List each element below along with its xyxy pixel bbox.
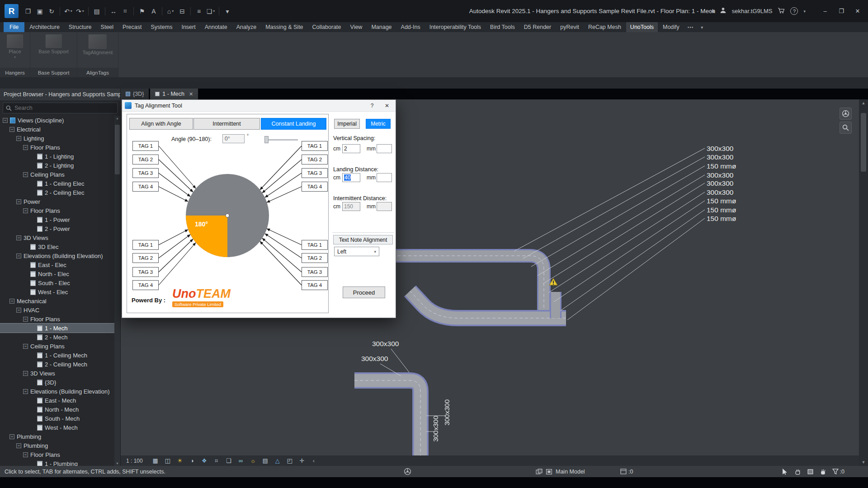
- rendering-dialog-icon[interactable]: ❖: [200, 457, 208, 465]
- help-icon[interactable]: ?: [790, 7, 798, 15]
- select-pinned-icon[interactable]: [794, 469, 801, 475]
- expander-icon[interactable]: −: [23, 208, 28, 213]
- duct-size-tag[interactable]: 150 mmø: [707, 197, 736, 205]
- ribbon-tab-add-ins[interactable]: Add-Ins: [397, 22, 425, 32]
- tree-item[interactable]: −Plumbing: [0, 432, 114, 441]
- duct-size-tag[interactable]: 300x300: [707, 153, 733, 161]
- restore-button[interactable]: ❐: [834, 4, 849, 19]
- tag-button-right-top-4[interactable]: TAG 4: [302, 182, 328, 192]
- expander-icon[interactable]: −: [23, 172, 28, 177]
- save-icon[interactable]: ▣: [34, 5, 45, 17]
- tree-item[interactable]: 2 - Ceiling Mech: [0, 360, 114, 369]
- aligned-dimension-icon[interactable]: ⌗: [120, 5, 131, 17]
- ribbon-tab-modify[interactable]: Modify: [659, 22, 684, 32]
- project-browser-header[interactable]: Project Browser - Hangers and Supports S…: [0, 89, 120, 100]
- dialog-titlebar[interactable]: Tag Alignment Tool ? ✕: [122, 100, 396, 112]
- open-file-icon[interactable]: ❐: [23, 5, 33, 17]
- redo-icon[interactable]: ↷▾: [75, 5, 85, 17]
- duct-size-tag[interactable]: 150 mmø: [707, 162, 736, 170]
- expander-icon[interactable]: −: [3, 118, 8, 123]
- analytical-model-icon[interactable]: △: [274, 457, 282, 465]
- tag-button-left-top-1[interactable]: TAG 1: [132, 141, 159, 151]
- ribbon-tab-file[interactable]: File: [4, 22, 24, 32]
- proceed-button[interactable]: Proceed: [343, 286, 385, 298]
- tag-button-left-bottom-2[interactable]: TAG 2: [132, 253, 159, 263]
- cm-input-1[interactable]: 40: [342, 173, 360, 182]
- tree-item[interactable]: −Floor Plans: [0, 143, 114, 152]
- view-scale[interactable]: 1 : 100: [126, 458, 143, 464]
- expander-icon[interactable]: −: [23, 317, 28, 322]
- ribbon-tab-d5-render[interactable]: D5 Render: [520, 22, 555, 32]
- duct-run-bottom[interactable]: [354, 380, 420, 455]
- tree-item[interactable]: 1 - Power: [0, 215, 114, 224]
- tree-item[interactable]: −Ceiling Plans: [0, 342, 114, 351]
- ribbon-tab-pyrevit[interactable]: pyRevit: [556, 22, 583, 32]
- duct-size-tag[interactable]: 150 mmø: [707, 206, 736, 214]
- customize-qat-icon[interactable]: ▾: [222, 5, 233, 17]
- sun-path-icon[interactable]: ☀: [176, 457, 184, 465]
- duct-size-tag-vertical[interactable]: 300x300: [443, 399, 451, 426]
- tree-item[interactable]: −Elevations (Building Elevation): [0, 251, 114, 260]
- ribbon-tab-precast[interactable]: Precast: [118, 22, 146, 32]
- tree-item[interactable]: −Views (Discipline): [0, 116, 114, 125]
- tag-button-left-bottom-3[interactable]: TAG 3: [132, 267, 159, 277]
- tree-item[interactable]: −Floor Plans: [0, 450, 114, 459]
- tree-item[interactable]: −Floor Plans: [0, 314, 114, 324]
- user-avatar-icon[interactable]: [720, 7, 726, 15]
- filter-icon[interactable]: [832, 469, 839, 474]
- tag-button-right-bottom-3[interactable]: TAG 3: [302, 267, 328, 277]
- duct-size-tag[interactable]: 300x300: [707, 179, 733, 188]
- view-tab-3d[interactable]: {3D}: [121, 89, 149, 99]
- tag-button-right-top-2[interactable]: TAG 2: [302, 155, 328, 164]
- default-3d-view-icon[interactable]: ⌂▾: [165, 5, 176, 17]
- tree-item[interactable]: −Lighting: [0, 134, 114, 143]
- expander-icon[interactable]: −: [16, 308, 21, 313]
- tree-item[interactable]: −Electrical: [0, 125, 114, 134]
- section-icon[interactable]: ⊟: [177, 5, 188, 17]
- tree-item[interactable]: East - Elec: [0, 260, 114, 269]
- tag-button-right-top-3[interactable]: TAG 3: [302, 168, 328, 178]
- tag-button-right-bottom-2[interactable]: TAG 2: [302, 253, 328, 263]
- dialog-close-button[interactable]: ✕: [381, 101, 393, 110]
- steering-wheel-icon[interactable]: [840, 108, 852, 120]
- expander-icon[interactable]: −: [16, 443, 21, 448]
- browser-scroll-thumb[interactable]: [115, 125, 120, 174]
- scrollbar-down-icon[interactable]: ▼: [862, 460, 866, 465]
- expander-icon[interactable]: −: [16, 235, 21, 240]
- expander-icon[interactable]: −: [16, 136, 21, 141]
- displacement-sets-icon[interactable]: ◰: [286, 457, 294, 465]
- ribbon-tab-massing-site[interactable]: Massing & Site: [261, 22, 307, 32]
- editable-only-icon[interactable]: [620, 469, 627, 474]
- expander-icon[interactable]: −: [16, 253, 21, 258]
- detail-level-icon[interactable]: ▦: [151, 457, 160, 465]
- duct-size-tag[interactable]: 300x300: [707, 171, 733, 179]
- tree-item[interactable]: 2 - Power: [0, 224, 114, 233]
- tree-item[interactable]: 3D Elec: [0, 242, 114, 251]
- dialog-help-button[interactable]: ?: [366, 101, 378, 110]
- ribbon-tab-steel[interactable]: Steel: [97, 22, 118, 32]
- tag-button-right-top-1[interactable]: TAG 1: [302, 141, 328, 151]
- mm-input-0[interactable]: [377, 144, 392, 153]
- scrollbar-up-icon[interactable]: ▲: [862, 101, 866, 105]
- place-hangers-button[interactable]: Place ▾: [7, 34, 23, 59]
- crop-view-icon[interactable]: ⌗: [212, 457, 221, 465]
- tree-item[interactable]: −Floor Plans: [0, 206, 114, 215]
- tag-button-left-bottom-4[interactable]: TAG 4: [132, 280, 159, 290]
- temporary-hide-isolate-icon[interactable]: ∞: [237, 457, 245, 465]
- mode-button-align-with-angle[interactable]: Align with Angle: [129, 118, 193, 130]
- duct-size-tag[interactable]: 300x300: [707, 188, 733, 197]
- tree-item[interactable]: 1 - Plumbing: [0, 459, 114, 466]
- tag-button-left-bottom-1[interactable]: TAG 1: [132, 240, 159, 250]
- scroll-down-icon[interactable]: ▼: [116, 462, 119, 465]
- ribbon-tab-analyze[interactable]: Analyze: [232, 22, 260, 32]
- tree-item[interactable]: 1 - Ceiling Elec: [0, 179, 114, 188]
- reveal-constraints-icon[interactable]: ✛: [298, 457, 306, 465]
- expander-icon[interactable]: −: [23, 145, 28, 150]
- revit-logo[interactable]: R: [5, 4, 19, 18]
- tree-item[interactable]: North - Elec: [0, 269, 114, 278]
- minimize-button[interactable]: –: [817, 4, 833, 19]
- ribbon-tabs-caret[interactable]: ▾: [698, 22, 707, 32]
- tree-item[interactable]: South - Mech: [0, 414, 114, 423]
- duct-size-tag-vertical[interactable]: 300x300: [432, 416, 439, 442]
- tag-button-left-top-2[interactable]: TAG 2: [132, 155, 159, 164]
